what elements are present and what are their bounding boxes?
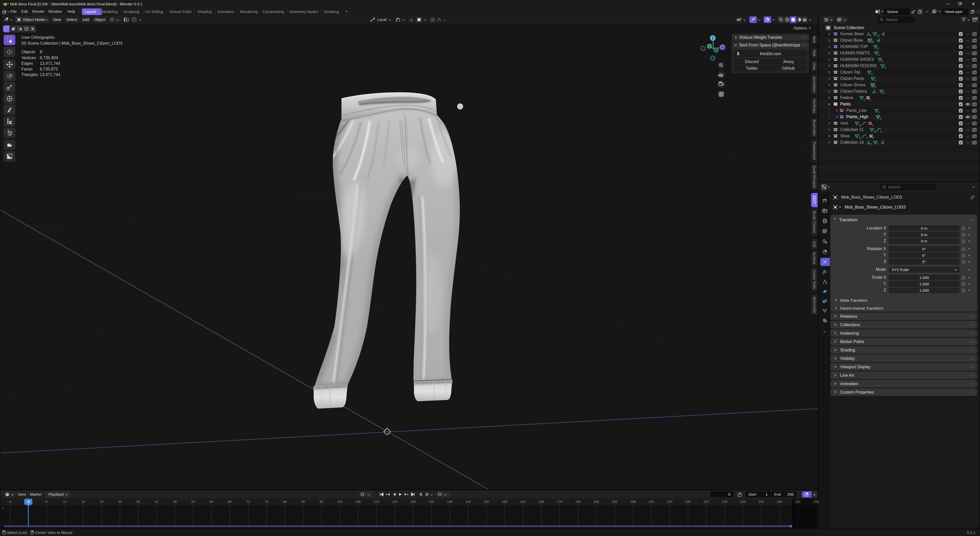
svg-text:Z: Z (712, 37, 714, 40)
svg-text:Y: Y (708, 45, 711, 48)
svg-text:X: X (721, 46, 724, 49)
